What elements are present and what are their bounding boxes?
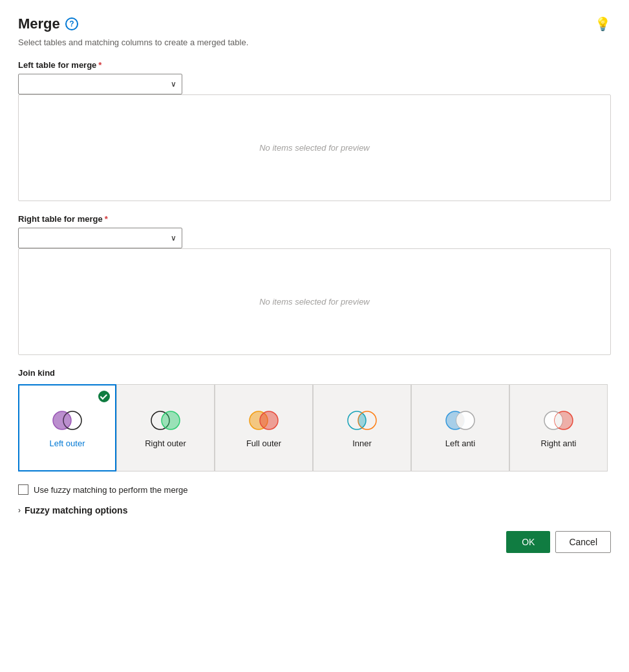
fuzzy-checkbox-label: Use fuzzy matching to perform the merge bbox=[34, 485, 187, 495]
chevron-right-icon: › bbox=[18, 506, 21, 515]
left-anti-label: Left anti bbox=[445, 439, 475, 448]
join-option-full-outer[interactable]: Full outer bbox=[215, 384, 313, 471]
svg-point-6 bbox=[260, 411, 278, 429]
fuzzy-options-label: Fuzzy matching options bbox=[25, 505, 127, 515]
selected-indicator bbox=[98, 391, 110, 402]
lightbulb-icon[interactable]: 💡 bbox=[595, 16, 611, 32]
join-option-left-anti[interactable]: Left anti bbox=[411, 384, 509, 471]
left-outer-venn-icon bbox=[48, 407, 87, 433]
join-option-right-anti[interactable]: Right anti bbox=[509, 384, 608, 471]
left-table-dropdown[interactable]: ∨ bbox=[18, 74, 182, 94]
page-title: Merge bbox=[18, 16, 60, 32]
ok-button[interactable]: OK bbox=[506, 531, 550, 553]
join-option-left-outer[interactable]: Left outer bbox=[18, 384, 116, 471]
inner-label: Inner bbox=[352, 439, 372, 448]
left-outer-label: Left outer bbox=[50, 439, 85, 448]
full-outer-label: Full outer bbox=[246, 439, 281, 448]
right-table-chevron-icon: ∨ bbox=[171, 233, 176, 243]
footer: OK Cancel bbox=[18, 531, 611, 553]
right-table-preview: No items selected for preview bbox=[18, 248, 611, 355]
fuzzy-checkbox-row[interactable]: Use fuzzy matching to perform the merge bbox=[18, 484, 611, 495]
right-table-required: * bbox=[105, 214, 108, 224]
cancel-button[interactable]: Cancel bbox=[555, 531, 611, 553]
right-table-dropdown[interactable]: ∨ bbox=[18, 228, 182, 248]
left-anti-venn-icon bbox=[441, 407, 480, 433]
fuzzy-options-row[interactable]: › Fuzzy matching options bbox=[18, 505, 611, 515]
help-icon[interactable]: ? bbox=[65, 17, 78, 30]
join-option-right-outer[interactable]: Right outer bbox=[116, 384, 215, 471]
join-options-container: Left outer Right outer Full outer bbox=[18, 384, 611, 471]
join-option-inner[interactable]: Inner bbox=[313, 384, 411, 471]
inner-venn-icon bbox=[343, 407, 381, 433]
right-table-label: Right table for merge* bbox=[18, 214, 611, 224]
right-outer-venn-icon bbox=[146, 407, 185, 433]
svg-point-4 bbox=[162, 411, 180, 429]
subtitle: Select tables and matching columns to cr… bbox=[18, 38, 611, 47]
left-table-chevron-icon: ∨ bbox=[171, 80, 176, 89]
svg-point-2 bbox=[53, 411, 71, 429]
left-table-required: * bbox=[98, 60, 101, 70]
fuzzy-checkbox[interactable] bbox=[18, 484, 28, 495]
right-outer-label: Right outer bbox=[145, 439, 186, 448]
full-outer-venn-icon bbox=[244, 407, 283, 433]
right-anti-venn-icon bbox=[539, 407, 578, 433]
left-table-preview: No items selected for preview bbox=[18, 94, 611, 201]
join-kind-label: Join kind bbox=[18, 368, 611, 378]
right-anti-label: Right anti bbox=[541, 439, 577, 448]
left-table-label: Left table for merge* bbox=[18, 60, 611, 70]
